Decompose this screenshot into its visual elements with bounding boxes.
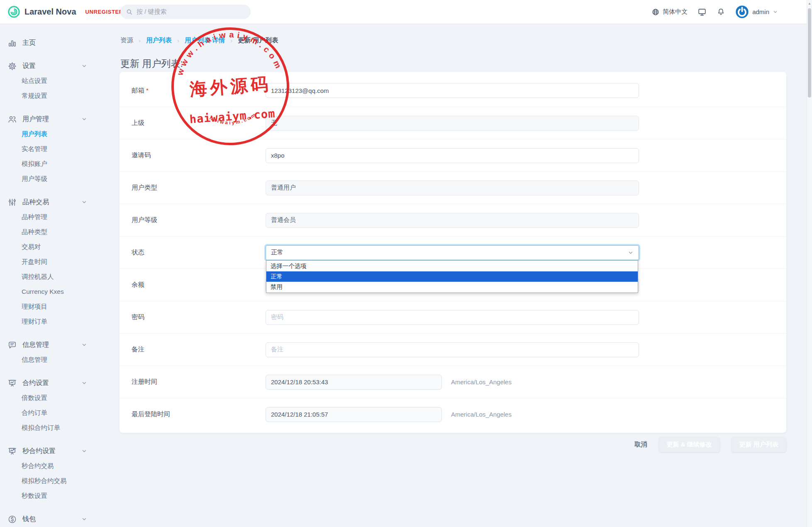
chevron-down-icon (81, 116, 87, 122)
sidebar-group-品种交易[interactable]: 品种交易 (0, 195, 95, 210)
sidebar-item-实名管理[interactable]: 实名管理 (0, 142, 95, 156)
brand[interactable]: Laravel Nova UNREGISTERED (7, 0, 131, 24)
user-menu[interactable]: admin (735, 5, 778, 19)
sidebar-item-模拟秒合约交易[interactable]: 模拟秒合约交易 (0, 473, 95, 488)
breadcrumb: 资源›用户列表›用户列表 详情›更新 用户列表 (120, 36, 278, 45)
scrollbar-up-arrow[interactable]: ▲ (807, 2, 812, 5)
sidebar-group-钱包[interactable]: 钱包 (0, 512, 95, 527)
field-label: 邀请码 (119, 151, 266, 160)
search-input[interactable]: 按 / 键搜索 (120, 5, 251, 19)
sidebar-item-调控机器人[interactable]: 调控机器人 (0, 269, 95, 284)
chevron-down-icon (81, 516, 87, 522)
sidebar-group-label: 品种交易 (22, 198, 76, 207)
sidebar-group-用户管理[interactable]: 用户管理 (0, 112, 95, 127)
timezone-label: America/Los_Angeles (451, 411, 512, 418)
sidebar-item-倍数设置[interactable]: 倍数设置 (0, 390, 95, 405)
field-input-备注[interactable]: 备注 (266, 342, 639, 357)
sidebar-item-站点设置[interactable]: 站点设置 (0, 73, 95, 88)
chart-board-icon (7, 446, 17, 456)
field-label: 上级 (119, 119, 266, 127)
avatar (735, 5, 749, 19)
sidebar-item-开盘时间[interactable]: 开盘时间 (0, 254, 95, 269)
status-select-dropdown: 选择一个选项正常禁用 (266, 260, 638, 293)
brand-name: Laravel Nova (24, 7, 76, 17)
field-input-密码[interactable]: 密码 (266, 310, 639, 325)
sidebar-item-秒合约交易[interactable]: 秒合约交易 (0, 459, 95, 473)
sidebar-group-信息管理[interactable]: 信息管理 (0, 337, 95, 352)
field-input-邀请码[interactable]: x8po (266, 148, 639, 163)
sidebar-group-label: 信息管理 (22, 341, 76, 349)
chevron-down-icon (628, 250, 634, 256)
select-option-禁用[interactable]: 禁用 (266, 282, 638, 292)
sidebar-item-Currency Kxes[interactable]: Currency Kxes (0, 284, 95, 299)
breadcrumb-separator: › (230, 37, 232, 44)
field-label: 密码 (119, 313, 266, 322)
notifications-bell-icon[interactable] (717, 7, 725, 16)
breadcrumb-separator: › (177, 37, 179, 44)
users-icon (7, 115, 17, 124)
sidebar-item-模拟合约订单[interactable]: 模拟合约订单 (0, 420, 95, 435)
chevron-down-icon (81, 63, 87, 69)
globe-icon (651, 8, 660, 16)
sidebar-group-label: 合约设置 (22, 379, 76, 388)
field-label: 用户等级 (119, 216, 266, 224)
gear-icon (7, 61, 17, 71)
user-name: admin (752, 8, 769, 15)
sidebar: 主页设置站点设置常规设置用户管理用户列表实名管理模拟账户用户等级品种交易品种管理… (0, 24, 95, 527)
sidebar-group-label: 主页 (22, 39, 87, 47)
status-select-value: 正常 (271, 249, 283, 256)
sidebar-item-用户等级[interactable]: 用户等级 (0, 171, 95, 186)
sidebar-item-品种管理[interactable]: 品种管理 (0, 210, 95, 224)
theme-monitor-icon[interactable] (697, 7, 707, 17)
update-button[interactable]: 更新 用户列表 (732, 437, 786, 452)
sidebar-item-模拟账户[interactable]: 模拟账户 (0, 156, 95, 171)
sidebar-item-理财订单[interactable]: 理财订单 (0, 314, 95, 329)
locale-switcher[interactable]: 简体中文 (651, 8, 688, 16)
form-row-上级: 上级无 (119, 107, 786, 139)
svg-text:w w w . h a i w a i y m . c o: w w w . h a i w a i y m . c o m (172, 26, 283, 77)
field-input-用户类型: 普通用户 (266, 181, 639, 195)
sidebar-item-常规设置[interactable]: 常规设置 (0, 88, 95, 103)
cancel-button[interactable]: 取消 (634, 440, 647, 449)
form-row-注册时间: 注册时间2024/12/18 20:53:43America/Los_Angel… (119, 366, 786, 398)
field-input-注册时间[interactable]: 2024/12/18 20:53:43 (266, 375, 442, 390)
sliders-icon (7, 198, 17, 207)
chevron-down-icon (81, 342, 87, 348)
sidebar-group-label: 钱包 (22, 515, 76, 524)
sidebar-item-合约订单[interactable]: 合约订单 (0, 405, 95, 420)
sidebar-item-交易对[interactable]: 交易对 (0, 239, 95, 254)
chat-icon (7, 340, 17, 350)
sidebar-item-信息管理[interactable]: 信息管理 (0, 352, 95, 367)
sidebar-group-主页[interactable]: 主页 (0, 35, 95, 50)
chevron-down-icon (81, 380, 87, 386)
field-input-上级: 无 (266, 116, 639, 131)
chevron-down-icon (81, 199, 87, 205)
form-row-状态: 状态正常选择一个选项正常禁用 (119, 236, 786, 268)
field-input-邮箱[interactable]: 123123123@qq.com (266, 83, 639, 98)
sidebar-group-秒合约设置[interactable]: 秒合约设置 (0, 444, 95, 459)
breadcrumb-item-用户列表 详情[interactable]: 用户列表 详情 (185, 36, 225, 45)
sidebar-group-label: 设置 (22, 62, 76, 71)
select-option-正常[interactable]: 正常 (266, 271, 638, 282)
page-scrollbar[interactable]: ▲ (807, 0, 812, 527)
bar-chart-icon (7, 38, 17, 48)
sidebar-group-设置[interactable]: 设置 (0, 59, 95, 73)
field-input-最后登陆时间[interactable]: 2024/12/18 21:05:57 (266, 407, 442, 422)
sidebar-item-品种类型[interactable]: 品种类型 (0, 224, 95, 239)
required-asterisk: * (146, 87, 149, 94)
field-label: 状态 (119, 248, 266, 257)
breadcrumb-separator: › (139, 37, 141, 44)
breadcrumb-item-用户列表[interactable]: 用户列表 (146, 36, 172, 45)
sidebar-item-理财项目[interactable]: 理财项目 (0, 299, 95, 314)
status-select[interactable]: 正常 (266, 245, 639, 260)
scrollbar-thumb[interactable] (808, 8, 811, 98)
wallet-icon (7, 515, 17, 524)
sidebar-item-用户列表[interactable]: 用户列表 (0, 127, 95, 142)
update-continue-button[interactable]: 更新 & 继续修改 (659, 437, 720, 452)
sidebar-item-秒数设置[interactable]: 秒数设置 (0, 488, 95, 503)
update-user-form: 邮箱*123123123@qq.com上级无邀请码x8po用户类型普通用户用户等… (119, 72, 786, 433)
form-row-邀请码: 邀请码x8po (119, 139, 786, 171)
sidebar-group-合约设置[interactable]: 合约设置 (0, 376, 95, 390)
select-option-选择一个选项[interactable]: 选择一个选项 (266, 261, 638, 271)
sidebar-group-label: 用户管理 (22, 115, 76, 124)
